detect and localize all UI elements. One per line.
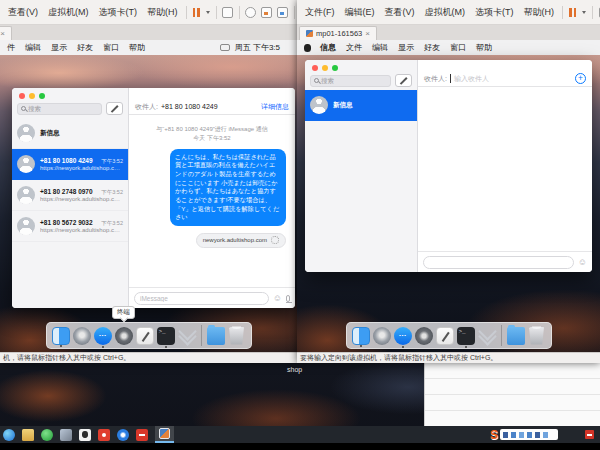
menu-tabs[interactable]: 选项卡(T) — [94, 6, 143, 19]
macos-menu-app[interactable]: 信息 — [320, 42, 336, 53]
red-app-2-icon[interactable] — [136, 429, 148, 441]
snapshot-clock-icon[interactable] — [245, 7, 256, 18]
macos-menu-file[interactable]: 文件 — [346, 42, 362, 53]
close-button[interactable] — [312, 65, 318, 71]
sogou-toolbar[interactable] — [500, 429, 558, 440]
launchpad-icon[interactable] — [73, 327, 91, 345]
macos-menu-help[interactable]: 帮助 — [129, 42, 145, 53]
vmware-taskbar-active[interactable] — [155, 426, 174, 443]
pause-icon[interactable] — [193, 8, 200, 17]
macos-menu-edit[interactable]: 编辑 — [372, 42, 388, 53]
search-field[interactable] — [17, 103, 102, 115]
minimize-button[interactable] — [29, 93, 35, 99]
edge-icon[interactable] — [3, 429, 15, 441]
sogou-mode-icon[interactable] — [503, 432, 508, 438]
launchpad-icon[interactable] — [373, 327, 391, 345]
compose-button[interactable] — [395, 74, 412, 87]
macos-menu-help[interactable]: 帮助 — [476, 42, 492, 53]
search-field[interactable] — [310, 75, 391, 87]
emoji-icon[interactable]: ☺ — [578, 258, 587, 267]
macos-menu-view[interactable]: 显示 — [398, 42, 414, 53]
macos-menu-buddies[interactable]: 好友 — [424, 42, 440, 53]
menubar-status-icon[interactable] — [220, 44, 230, 51]
messages-icon[interactable] — [394, 327, 412, 345]
system-preferences-icon[interactable] — [115, 327, 133, 345]
menu-file[interactable]: 文件(F) — [300, 6, 340, 19]
textedit-icon[interactable] — [136, 327, 154, 345]
sogou-logo[interactable]: S — [490, 429, 498, 441]
zoom-button[interactable] — [332, 65, 338, 71]
macos-menu-edit[interactable]: 编辑 — [25, 42, 41, 53]
blue-app-icon[interactable] — [117, 429, 129, 441]
revert-snapshot-icon[interactable] — [277, 7, 288, 18]
menu-vm[interactable]: 虚拟机(M) — [43, 6, 94, 19]
macos-menu-buddies[interactable]: 好友 — [77, 42, 93, 53]
menu-edit[interactable]: 编辑(E) — [340, 6, 380, 19]
sogou-punct-icon[interactable] — [519, 432, 524, 438]
zoom-button[interactable] — [39, 93, 45, 99]
file-explorer-icon[interactable] — [22, 429, 34, 441]
finder-icon[interactable] — [352, 327, 370, 345]
terminal-icon[interactable] — [457, 327, 475, 345]
macos-menu-window[interactable]: 窗口 — [103, 42, 119, 53]
details-link[interactable]: 详细信息 — [261, 102, 289, 112]
take-snapshot-icon[interactable] — [261, 7, 272, 18]
microphone-icon[interactable] — [286, 295, 290, 302]
documents-folder-icon[interactable] — [207, 327, 225, 345]
menu-vm[interactable]: 虚拟机(M) — [420, 6, 471, 19]
gray-app-icon[interactable] — [60, 429, 72, 441]
textedit-icon[interactable] — [436, 327, 454, 345]
message-input[interactable] — [423, 256, 574, 269]
terminal-icon[interactable] — [157, 327, 175, 345]
tab-close-icon[interactable]: × — [365, 30, 370, 38]
pause-dropdown-caret[interactable] — [206, 11, 210, 14]
trash-icon[interactable] — [228, 327, 246, 345]
macos-menu-window[interactable]: 窗口 — [450, 42, 466, 53]
finder-icon[interactable] — [52, 327, 70, 345]
red-app-icon[interactable] — [98, 429, 110, 441]
search-input[interactable] — [321, 77, 387, 84]
background-window-panel[interactable] — [424, 363, 600, 426]
pause-icon[interactable] — [569, 8, 576, 17]
add-recipient-button[interactable]: + — [575, 73, 586, 84]
close-button[interactable] — [19, 93, 25, 99]
apple-app-icon[interactable] — [79, 429, 91, 441]
emoji-icon[interactable]: ☺ — [273, 294, 282, 303]
macos-menu-view[interactable]: 显示 — [51, 42, 67, 53]
message-input[interactable] — [134, 292, 269, 305]
tab-close-icon[interactable]: × — [0, 30, 5, 38]
pause-dropdown-caret[interactable] — [582, 11, 586, 14]
vm-tab-partial[interactable]: × — [0, 26, 12, 40]
menu-tabs[interactable]: 选项卡(T) — [470, 6, 519, 19]
recipient-placeholder[interactable]: 输入收件人 — [454, 74, 489, 84]
sogou-lang-icon[interactable] — [511, 432, 516, 438]
list-item-selected[interactable]: +81 80 1080 4249 下午3:52 https://newyork.… — [12, 149, 128, 180]
search-input[interactable] — [28, 105, 98, 112]
menubar-clock[interactable]: 周五 下午3:5 — [235, 42, 280, 53]
menu-view[interactable]: 查看(V) — [3, 6, 43, 19]
list-item[interactable]: +81 80 5672 9032 下午3:52 https://newyork.… — [12, 211, 128, 242]
sogou-keyboard-icon[interactable] — [535, 432, 540, 438]
macos-menu-file-partial[interactable]: 件 — [7, 42, 15, 53]
menu-view[interactable]: 查看(V) — [380, 6, 420, 19]
sogou-settings-icon[interactable] — [543, 432, 548, 438]
list-item[interactable]: +81 80 2748 0970 下午3:52 https://newyork.… — [12, 180, 128, 211]
vm-tab[interactable]: mp01-161563 × — [299, 26, 377, 40]
green-app-icon[interactable] — [41, 429, 53, 441]
system-preferences-icon[interactable] — [415, 327, 433, 345]
downloads-stack-icon[interactable] — [178, 327, 196, 345]
list-item[interactable]: 新信息 — [12, 118, 128, 149]
trash-icon[interactable] — [528, 327, 546, 345]
send-ctrl-alt-del-icon[interactable] — [222, 7, 233, 18]
messages-icon[interactable] — [94, 327, 112, 345]
menu-help[interactable]: 帮助(H) — [142, 6, 183, 19]
downloads-stack-icon[interactable] — [478, 327, 496, 345]
minimize-button[interactable] — [322, 65, 328, 71]
menu-help[interactable]: 帮助(H) — [519, 6, 560, 19]
apple-logo-icon[interactable] — [304, 44, 311, 52]
tray-red-icon[interactable] — [585, 430, 594, 439]
list-item-selected[interactable]: 新信息 — [305, 90, 417, 121]
sogou-emoji-icon[interactable] — [527, 432, 532, 438]
compose-button[interactable] — [106, 102, 123, 115]
link-preview-card[interactable]: newyork.adultishop.com — [196, 233, 286, 248]
